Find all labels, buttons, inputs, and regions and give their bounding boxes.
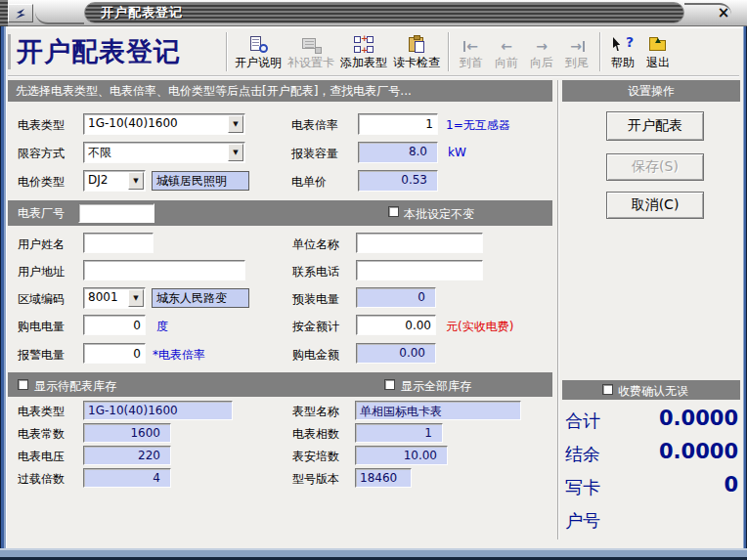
model-name-field: 单相国标电卡表: [355, 401, 521, 420]
show-all-stock-checkbox[interactable]: [384, 379, 395, 390]
toolbar-button-open-help[interactable]: 开户说明: [232, 30, 285, 73]
capacity-label: 报装容量: [291, 146, 338, 162]
total-value: 0.0000: [606, 407, 738, 430]
toolbar-button-read-card-check[interactable]: 读卡检查: [390, 30, 443, 73]
buy-qty-label: 购电电量: [18, 319, 65, 335]
show-pending-stock-checkbox[interactable]: [18, 379, 28, 390]
buy-amount-field: 0.00: [356, 343, 436, 364]
toolbar-button-label: 添加表型: [340, 55, 387, 71]
lightning-logo-icon: [14, 8, 27, 20]
toolbar-button-next[interactable]: → 向后: [524, 30, 559, 73]
save-button[interactable]: 保存(S): [606, 153, 704, 181]
titlebar-capsule: 开户配表登记: [84, 2, 684, 23]
panel-divider: [557, 80, 558, 539]
meter-type-value: 1G-10(40)1600: [88, 116, 227, 130]
app-icon[interactable]: [8, 4, 33, 22]
phone-label: 联系电话: [292, 264, 339, 280]
area-code-combobox[interactable]: 8001: [83, 287, 146, 309]
limit-mode-value: 不限: [88, 145, 227, 161]
toolbar-button-label: 向前: [495, 55, 518, 71]
user-name-label: 用户姓名: [18, 237, 65, 253]
instruction-bar: 先选择电表类型、电表倍率、电价类型等后点击[开户配表]，查找电表厂号...: [8, 80, 552, 102]
toolbar-button-label: 到首: [460, 55, 483, 71]
toolbar-button-label: 读卡检查: [393, 55, 440, 71]
chevron-down-icon[interactable]: [128, 289, 144, 307]
close-button[interactable]: ×: [712, 3, 735, 22]
toolbar-button-label: 向后: [530, 55, 553, 71]
model-version-field: 18460: [355, 468, 412, 488]
model-version-label: 型号版本: [292, 471, 339, 488]
meter-const-label: 电表常数: [18, 426, 65, 443]
meter-type-combobox[interactable]: 1G-10(40)1600: [83, 113, 245, 135]
chevron-down-icon[interactable]: [228, 115, 243, 133]
window-frame-bottom: [0, 548, 747, 560]
toolbar-button-label: 帮助: [611, 55, 635, 71]
inv-meter-type-label: 电表类型: [18, 404, 65, 420]
factory-number-label: 电表厂号: [18, 205, 65, 222]
toolbar-button-exit[interactable]: 退出: [640, 30, 676, 73]
toolbar-button-supplement-card[interactable]: 补设置卡: [285, 30, 337, 73]
unit-price-field: 0.53: [358, 170, 438, 192]
cancel-button[interactable]: 取消(C): [606, 192, 704, 219]
next-record-icon: →: [535, 38, 549, 54]
first-record-icon: ←: [463, 38, 479, 54]
meter-ratio-label: 电表倍率: [291, 117, 338, 134]
toolbar-button-help[interactable]: ? 帮助: [605, 30, 640, 73]
limit-mode-combobox[interactable]: 不限: [83, 142, 245, 163]
user-address-label: 用户地址: [18, 264, 65, 280]
capacity-field: 8.0: [358, 142, 438, 163]
inv-meter-type-field: 1G-10(40)1600: [83, 401, 233, 420]
alarm-qty-hint: *电表倍率: [153, 347, 205, 364]
price-type-combobox[interactable]: DJ2: [83, 170, 146, 192]
add-pages-icon: ++: [353, 36, 374, 54]
titlebar-curve-left: [35, 12, 84, 24]
user-name-input[interactable]: [83, 233, 154, 253]
chevron-down-icon[interactable]: [228, 144, 243, 161]
toolbar-button-label: 到尾: [565, 55, 589, 71]
batch-fixed-checkbox[interactable]: [388, 206, 399, 217]
factory-number-input[interactable]: [78, 203, 154, 223]
org-name-label: 单位名称: [292, 237, 339, 253]
overload-label: 过载倍数: [18, 471, 65, 488]
action-panel-header: 设置操作: [562, 80, 740, 102]
toolbar-button-previous[interactable]: ← 向前: [489, 30, 524, 73]
area-code-description: 城东人民路变: [152, 288, 249, 308]
show-pending-stock-label: 显示待配表库存: [34, 378, 116, 395]
org-name-input[interactable]: [356, 233, 483, 253]
alarm-qty-label: 报警电量: [18, 347, 65, 364]
overload-field: 4: [83, 468, 171, 488]
exit-folder-icon: [647, 36, 669, 54]
user-address-input[interactable]: [83, 260, 245, 280]
meter-ratio-hint: 1=无互感器: [446, 117, 510, 134]
buy-amount-label: 购电金额: [292, 347, 339, 364]
preload-qty-field: 0: [356, 287, 436, 308]
action-panel-header-label: 设置操作: [628, 83, 675, 100]
model-name-label: 表型名称: [292, 404, 339, 420]
show-all-stock-label: 显示全部库存: [401, 378, 471, 395]
window-frame-right: [743, 26, 747, 560]
phone-input[interactable]: [356, 260, 483, 280]
fee-confirm-checkbox[interactable]: [602, 384, 613, 395]
by-amount-label: 按金额计: [292, 319, 339, 335]
open-account-button[interactable]: 开户配表: [606, 111, 704, 141]
toolbar-button-last[interactable]: → 到尾: [559, 30, 594, 73]
toolbar-button-label: 开户说明: [235, 55, 282, 71]
toolbar: 开户配表登记 开户说明 补设置卡 ++ 添加表型 读卡检查 ← 到首 ←: [8, 28, 739, 76]
buy-qty-unit: 度: [156, 319, 168, 335]
toolbar-button-first[interactable]: ← 到首: [454, 30, 489, 73]
chevron-down-icon[interactable]: [128, 172, 144, 190]
preload-qty-label: 预装电量: [292, 291, 339, 308]
batch-fixed-checkbox-label: 本批设定不变: [404, 206, 474, 223]
total-label: 合计: [565, 409, 600, 433]
alarm-qty-input[interactable]: [83, 343, 146, 364]
toolbar-separator: [226, 32, 227, 71]
toolbar-separator: [448, 32, 449, 71]
page-title: 开户配表登记: [8, 34, 221, 69]
buy-qty-input[interactable]: [83, 315, 146, 335]
meter-volt-label: 电表电压: [18, 449, 65, 465]
help-cursor-icon: ?: [612, 36, 634, 54]
meter-ratio-input[interactable]: [358, 113, 438, 135]
window-title: 开户配表登记: [101, 4, 183, 22]
by-amount-input[interactable]: [356, 315, 436, 335]
toolbar-button-add-meter-model[interactable]: ++ 添加表型: [337, 30, 390, 73]
